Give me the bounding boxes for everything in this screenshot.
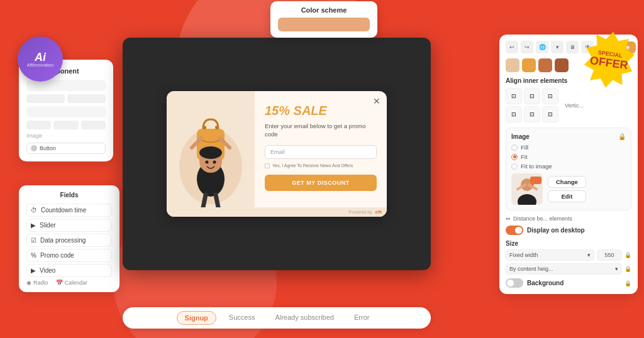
chevron-down-icon[interactable]: ▾ bbox=[551, 41, 564, 53]
button-component[interactable]: Button bbox=[26, 143, 106, 154]
color-scheme-bar[interactable] bbox=[278, 18, 370, 31]
toggle-knob bbox=[515, 227, 522, 234]
svg-line-12 bbox=[216, 195, 218, 207]
data-processing-icon: ☑ bbox=[31, 237, 36, 244]
component-item-4[interactable] bbox=[26, 106, 106, 117]
align-mid-center[interactable]: ⊡ bbox=[524, 106, 540, 123]
distance-label: ⇔ Distance be... elements bbox=[506, 215, 631, 222]
image-section: Image 🔒 Fill Fit Fit to image bbox=[506, 128, 631, 210]
popup-right-content: 15% SALE Enter your email below to get a… bbox=[255, 91, 387, 207]
desktop-icon[interactable]: 🖥 bbox=[566, 41, 579, 53]
swatch-2[interactable] bbox=[522, 58, 536, 72]
field-radio[interactable]: ◉ Radio bbox=[26, 280, 48, 286]
globe-button[interactable]: 🌐 bbox=[536, 41, 548, 53]
image-buttons: Change Edit bbox=[548, 176, 586, 202]
field-countdown[interactable]: ⏱ Countdown time bbox=[26, 204, 112, 217]
fields-panel: Fields ⏱ Countdown time ▶ Slider ☑ Data … bbox=[19, 185, 119, 292]
tab-error[interactable]: Error bbox=[347, 311, 377, 325]
align-mid-right[interactable]: ⊡ bbox=[542, 106, 558, 123]
redo-button[interactable]: ↪ bbox=[521, 41, 533, 53]
swatch-4[interactable] bbox=[555, 58, 569, 72]
field-calendar[interactable]: 📅 Calendar bbox=[56, 280, 88, 286]
swatch-3[interactable] bbox=[538, 58, 552, 72]
display-desktop-toggle[interactable] bbox=[506, 226, 523, 235]
component-item-5[interactable] bbox=[26, 121, 51, 129]
vertical-label: Vertic... bbox=[565, 102, 584, 109]
calendar-icon: 📅 bbox=[56, 280, 63, 286]
field-video[interactable]: ▶ Video bbox=[26, 264, 112, 277]
image-thumb-svg bbox=[511, 173, 543, 205]
component-item-6[interactable] bbox=[53, 121, 78, 129]
image-preview-thumb bbox=[511, 173, 543, 205]
distance-icon: ⇔ bbox=[506, 215, 511, 222]
svg-point-3 bbox=[215, 126, 219, 129]
field-slider-label: Slider bbox=[40, 222, 56, 229]
size-type-chevron: ▾ bbox=[587, 252, 591, 258]
affi-logo: Ai AffiInnovation bbox=[18, 36, 63, 82]
size-value-input[interactable]: 550 bbox=[597, 249, 622, 261]
field-promo-code[interactable]: % Promo code bbox=[26, 249, 112, 262]
size-type-select[interactable]: Fixed width ▾ bbox=[506, 249, 594, 261]
main-preview: ✕ bbox=[123, 38, 431, 270]
swatch-1[interactable] bbox=[506, 58, 519, 72]
radio-fit-to-image-label: Fit to image bbox=[521, 163, 552, 170]
component-item-7[interactable] bbox=[81, 121, 106, 129]
distance-text: Distance be... elements bbox=[513, 215, 572, 222]
background-toggle[interactable] bbox=[506, 278, 523, 288]
popup-subtitle: Enter your email below to get a promo co… bbox=[265, 122, 377, 139]
promo-icon: % bbox=[31, 252, 36, 259]
field-data-processing[interactable]: ☑ Data processing bbox=[26, 234, 112, 247]
undo-button[interactable]: ↩ bbox=[506, 41, 518, 53]
background-label: Background bbox=[527, 280, 564, 286]
field-video-label: Video bbox=[40, 267, 55, 274]
countdown-icon: ⏱ bbox=[31, 207, 37, 214]
popup-email-input[interactable]: Email bbox=[265, 145, 377, 159]
popup-illustration bbox=[173, 104, 248, 207]
align-top-right[interactable]: ⊡ bbox=[542, 88, 558, 104]
align-top-center[interactable]: ⊡ bbox=[524, 88, 540, 104]
size-section: Size Fixed width ▾ 550 🔒 By content heig… bbox=[506, 240, 631, 275]
image-label: Image bbox=[26, 133, 106, 139]
change-image-button[interactable]: Change bbox=[548, 176, 586, 188]
svg-rect-17 bbox=[530, 177, 541, 184]
popup-close-button[interactable]: ✕ bbox=[373, 96, 380, 106]
popup-checkbox[interactable] bbox=[265, 163, 270, 168]
align-top-left[interactable]: ⊡ bbox=[506, 88, 522, 104]
radio-fit-to-image-dot[interactable] bbox=[511, 163, 518, 170]
field-countdown-label: Countdown time bbox=[41, 207, 86, 214]
size-lock-icon: 🔒 bbox=[625, 252, 631, 258]
tab-already-subscribed[interactable]: Already subscribed bbox=[267, 311, 341, 325]
popup-sale-text: 15% SALE bbox=[265, 104, 377, 118]
radio-fill-label: Fill bbox=[521, 144, 528, 151]
popup-cta-button[interactable]: GET MY DISCOUNT bbox=[265, 175, 377, 191]
radio-fill[interactable]: Fill bbox=[511, 144, 626, 151]
svg-point-10 bbox=[213, 161, 216, 164]
powered-logo: effi bbox=[375, 210, 382, 214]
display-desktop-label: Display on desktop bbox=[527, 227, 585, 234]
color-scheme-title: Color scheme bbox=[278, 6, 370, 14]
affi-ai-text: Ai bbox=[35, 51, 46, 64]
popup-powered-by: Powered by effi bbox=[167, 207, 387, 217]
affi-brand-text: AffiInnovation bbox=[27, 63, 53, 67]
component-item-3[interactable] bbox=[67, 94, 106, 103]
svg-point-8 bbox=[199, 146, 222, 159]
edit-image-button[interactable]: Edit bbox=[548, 190, 586, 202]
toggle-off-knob bbox=[507, 280, 514, 286]
size-lock-icon-2: 🔒 bbox=[625, 266, 631, 272]
radio-fit-to-image[interactable]: Fit to image bbox=[511, 163, 626, 170]
popup-checkbox-text: Yes, I Agree To Receive News And Offers bbox=[272, 163, 353, 168]
color-scheme-card: Color scheme bbox=[270, 1, 377, 38]
radio-fit-dot[interactable] bbox=[511, 154, 518, 160]
tab-success[interactable]: Success bbox=[221, 311, 263, 325]
field-slider[interactable]: ▶ Slider bbox=[26, 219, 112, 232]
svg-line-11 bbox=[203, 195, 206, 207]
tab-signup[interactable]: Signup bbox=[177, 311, 216, 325]
align-mid-left[interactable]: ⊡ bbox=[506, 106, 522, 123]
radio-fill-dot[interactable] bbox=[511, 144, 518, 151]
size-type-text: Fixed width bbox=[509, 252, 538, 258]
component-item-2[interactable] bbox=[26, 94, 65, 103]
radio-fit[interactable]: Fit bbox=[511, 153, 626, 160]
btn-icon bbox=[31, 145, 37, 151]
size-type2-select[interactable]: By content heig... ▾ bbox=[506, 263, 622, 275]
lock-icon: 🔒 bbox=[618, 133, 626, 140]
